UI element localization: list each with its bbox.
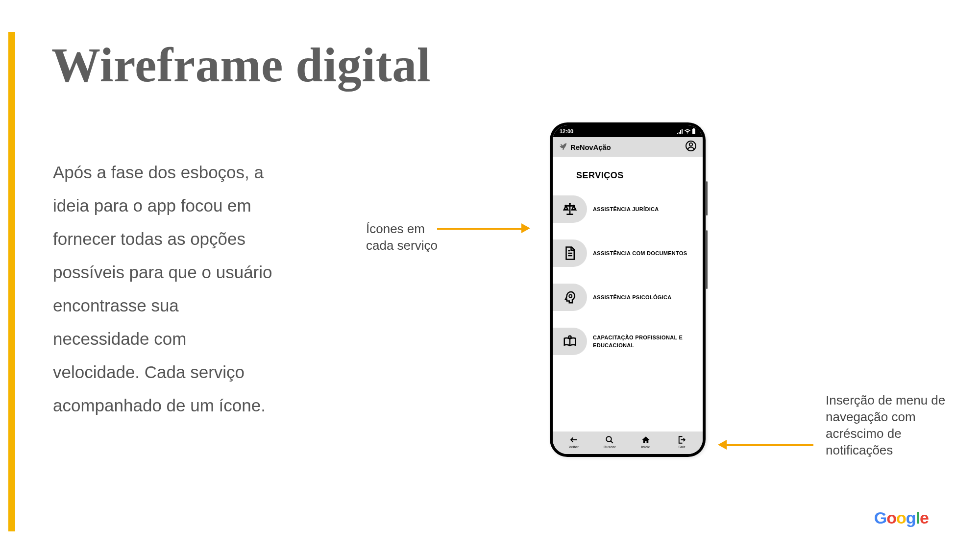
- bottom-nav: Voltar Buscar Início Sair: [553, 431, 703, 454]
- status-icons: [677, 128, 696, 134]
- psychology-icon: [553, 284, 587, 311]
- svg-point-7: [607, 436, 612, 442]
- nav-label: Sair: [678, 445, 685, 449]
- annotation-bottom-nav: Inserção de menu de navegação com acrésc…: [826, 392, 948, 458]
- svg-point-6: [569, 336, 571, 338]
- exit-icon: [677, 435, 686, 444]
- nav-exit[interactable]: Sair: [664, 435, 700, 449]
- arrow-icons-annotation: [437, 223, 530, 233]
- signal-icon: [677, 129, 683, 134]
- nav-back[interactable]: Voltar: [556, 435, 592, 449]
- app-brand: ReNovAção: [570, 143, 611, 151]
- phone-mockup: 12:00 ReNovAção SERVIÇOS: [550, 122, 706, 457]
- nav-label: Buscar: [604, 445, 616, 449]
- service-education[interactable]: CAPACITAÇÃO PROFISSIONAL E EDUCACIONAL: [553, 328, 703, 355]
- service-label: CAPACITAÇÃO PROFISSIONAL E EDUCACIONAL: [593, 334, 691, 350]
- battery-icon: [692, 128, 696, 134]
- status-time: 12:00: [560, 128, 573, 134]
- wifi-icon: [685, 129, 690, 134]
- svg-rect-1: [693, 128, 695, 129]
- annotation-icons: Ícones em cada serviço: [366, 220, 438, 254]
- service-label: ASSISTÊNCIA COM DOCUMENTOS: [593, 249, 687, 258]
- dove-icon: [558, 142, 567, 152]
- back-icon: [569, 435, 579, 444]
- page-content: SERVIÇOS ASSISTÊNCIA JURÍDICA ASSISTÊNCI…: [553, 157, 703, 431]
- slide-body: Após a fase dos esboços, a ideia para o …: [53, 156, 273, 422]
- section-title: SERVIÇOS: [576, 170, 703, 181]
- service-label: ASSISTÊNCIA PSICOLÓGICA: [593, 293, 672, 302]
- svg-rect-0: [692, 129, 695, 134]
- slide-title: Wireframe digital: [51, 37, 431, 93]
- accent-bar: [8, 32, 15, 531]
- scale-icon: [553, 195, 587, 223]
- nav-label: Voltar: [569, 445, 579, 449]
- google-logo: Google: [874, 508, 929, 527]
- phone-screen: 12:00 ReNovAção SERVIÇOS: [553, 125, 703, 454]
- home-icon: [641, 435, 651, 444]
- svg-point-4: [569, 203, 571, 205]
- service-label: ASSISTÊNCIA JURÍDICA: [593, 205, 659, 214]
- search-icon: [605, 435, 614, 444]
- service-legal[interactable]: ASSISTÊNCIA JURÍDICA: [553, 195, 703, 223]
- arrow-nav-annotation: [718, 440, 813, 450]
- nav-search[interactable]: Buscar: [592, 435, 628, 449]
- nav-home[interactable]: Início: [628, 435, 664, 449]
- svg-point-3: [689, 143, 692, 146]
- nav-label: Início: [641, 445, 650, 449]
- status-bar: 12:00: [553, 125, 703, 137]
- service-psychology[interactable]: ASSISTÊNCIA PSICOLÓGICA: [553, 284, 703, 311]
- education-icon: [553, 328, 587, 355]
- service-documents[interactable]: ASSISTÊNCIA COM DOCUMENTOS: [553, 240, 703, 267]
- app-header: ReNovAção: [553, 137, 703, 157]
- profile-icon[interactable]: [685, 140, 697, 154]
- document-icon: [553, 240, 587, 267]
